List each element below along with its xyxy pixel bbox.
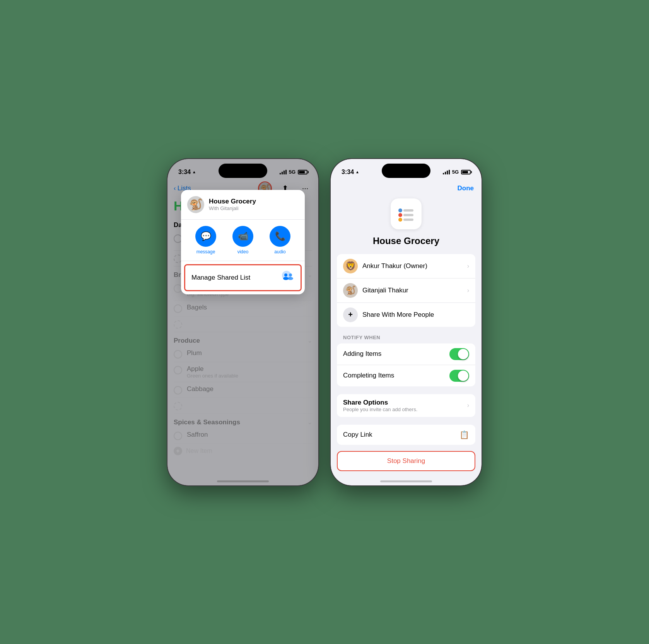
svg-point-1: [284, 273, 287, 277]
people-list: 🦁 Ankur Thakur (Owner) › 🐒 Gitanjali Tha…: [337, 254, 475, 327]
copy-link-label: Copy Link: [343, 431, 372, 439]
message-icon: 💬: [195, 226, 216, 247]
copy-icon: 📋: [459, 430, 469, 439]
popup-title: House Grocery: [209, 198, 256, 205]
adding-items-label: Adding Items: [343, 350, 381, 358]
popup-actions: 💬 message 📹 video 📞 audio: [181, 220, 305, 261]
share-options-row: Share Options People you invite can add …: [337, 394, 475, 417]
completing-items-toggle[interactable]: [449, 370, 469, 382]
copy-link-row: Copy Link 📋: [337, 425, 475, 445]
avatar-monkey-2: 🐒: [343, 283, 358, 298]
person-row-add[interactable]: + Share With More People: [337, 303, 475, 327]
share-list-icon: [391, 198, 422, 229]
phone-2: 3:34 ▲ 5G Done: [331, 159, 482, 485]
popup-avatar: 🐒: [187, 196, 204, 213]
phone-1-screen: 3:34 ▲ 5G ‹ Lists: [167, 159, 318, 485]
copy-link-card[interactable]: Copy Link 📋: [337, 425, 475, 445]
video-label: video: [237, 249, 249, 255]
svg-point-2: [283, 277, 289, 280]
message-action[interactable]: 💬 message: [195, 226, 216, 255]
done-button[interactable]: Done: [458, 184, 474, 192]
phone-1: 3:34 ▲ 5G ‹ Lists: [167, 159, 318, 485]
svg-point-5: [398, 208, 402, 212]
person-row-ankur[interactable]: 🦁 Ankur Thakur (Owner) ›: [337, 254, 475, 278]
svg-rect-10: [403, 219, 413, 221]
share-options-subtitle: People you invite can add others.: [343, 407, 417, 412]
stop-sharing-card[interactable]: Stop Sharing: [337, 451, 475, 471]
person-name-ankur: Ankur Thakur (Owner): [362, 262, 463, 270]
manage-share-icon-wrapper: [282, 271, 294, 285]
svg-rect-8: [403, 214, 413, 216]
chevron-ankur: ›: [467, 263, 469, 270]
signal-type-2: 5G: [452, 169, 459, 175]
audio-label: audio: [274, 249, 285, 255]
battery-2: [461, 170, 471, 174]
share-options-title: Share Options: [343, 399, 417, 407]
audio-action[interactable]: 📞 audio: [270, 226, 290, 255]
status-icons-2: 5G: [443, 169, 471, 175]
popup-header: 🐒 House Grocery With Gitanjali: [181, 190, 305, 220]
dynamic-island-2: [382, 164, 430, 178]
popup-subtitle: With Gitanjali: [209, 205, 256, 211]
completing-items-label: Completing Items: [343, 372, 394, 379]
location-arrow-2: ▲: [355, 170, 359, 174]
svg-point-4: [288, 277, 293, 280]
share-screen-title: House Grocery: [331, 236, 482, 246]
notify-list: Adding Items Completing Items: [337, 343, 475, 386]
home-indicator-2: [380, 480, 432, 482]
phone-2-screen: 3:34 ▲ 5G Done: [331, 159, 482, 485]
notify-completing-items[interactable]: Completing Items: [337, 365, 475, 386]
notify-when-label: NOTIFY WHEN: [331, 335, 482, 343]
svg-point-3: [289, 273, 292, 277]
adding-items-toggle[interactable]: [449, 348, 469, 360]
chevron-share-options: ›: [467, 402, 469, 409]
dynamic-island-1: [219, 164, 267, 178]
signal-bars-2: [443, 170, 450, 174]
share-nav: Done: [331, 180, 482, 195]
list-icon-svg: [396, 204, 416, 224]
svg-rect-6: [403, 209, 413, 212]
person-name-add: Share With More People: [362, 311, 469, 319]
stop-sharing-button[interactable]: Stop Sharing: [338, 452, 475, 470]
svg-point-7: [398, 213, 402, 217]
video-icon: 📹: [232, 226, 253, 247]
message-label: message: [196, 249, 215, 255]
avatar-plus: +: [343, 307, 358, 322]
popup-card: 🐒 House Grocery With Gitanjali 💬 message…: [181, 190, 305, 294]
avatar-lion: 🦁: [343, 259, 358, 273]
person-name-gitanjali: Gitanjali Thakur: [362, 287, 463, 294]
svg-point-9: [398, 218, 402, 222]
chevron-gitanjali: ›: [467, 287, 469, 294]
person-row-gitanjali[interactable]: 🐒 Gitanjali Thakur ›: [337, 278, 475, 303]
notify-adding-items[interactable]: Adding Items: [337, 343, 475, 365]
audio-icon: 📞: [270, 226, 290, 247]
time-2: 3:34 ▲: [342, 169, 359, 176]
manage-label: Manage Shared List: [191, 274, 250, 282]
share-options-card[interactable]: Share Options People you invite can add …: [337, 394, 475, 417]
manage-shared-list-button[interactable]: Manage Shared List: [184, 264, 302, 291]
people-share-icon: [282, 271, 294, 283]
video-action[interactable]: 📹 video: [232, 226, 253, 255]
